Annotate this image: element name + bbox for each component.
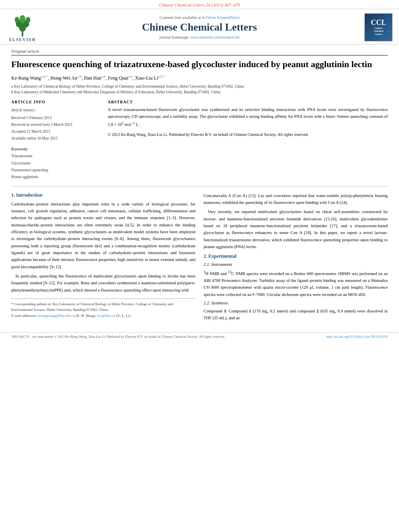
journal-citation-bar: Chinese Chemical Letters 24 (2013) 467–4…: [0, 0, 399, 9]
revised-date: Received in revised form 3 March 2013: [11, 121, 100, 128]
keywords-title: Keywords:: [11, 147, 100, 151]
author-xiaoliu: Xiao-Liu Li: [135, 75, 158, 81]
journal-homepage: journal homepage: www.elsevier.com/locat…: [43, 35, 356, 39]
body-left-col: 1. Introduction Carbohydrate–protein int…: [11, 192, 195, 324]
available-date: Available online 10 May 2013: [11, 135, 100, 142]
svg-rect-0: [22, 31, 23, 37]
doi-link[interactable]: http://dx.doi.org/10.1016/j.cclet.2013.0…: [326, 335, 388, 339]
elsevier-tree-icon: [12, 12, 33, 37]
svg-point-5: [26, 17, 30, 23]
section-divider: [11, 186, 388, 187]
keyword-3: Fluorescence quenching: [11, 167, 100, 174]
abstract-col: ABSTRACT A novel triazatruxene-based flu…: [108, 100, 388, 181]
article-type-label: Original article: [11, 49, 388, 55]
author-dan: Dan Han: [84, 75, 101, 81]
footnote-section: * Corresponding authors at: Key Laborato…: [11, 298, 195, 318]
abstract-text: A novel triazatruxene-based fluorescent …: [108, 107, 388, 138]
ccl-subtitle: ChineseChemicalLetters: [374, 27, 383, 36]
intro-para-2: In particular, quenching the fluorescenc…: [11, 273, 195, 294]
elsevier-logo: ELSEVIER: [6, 12, 39, 42]
header-middle: Contents lists available at SciVerse Sci…: [39, 15, 360, 39]
page-wrapper: Chinese Chemical Letters 24 (2013) 467–4…: [0, 0, 399, 341]
author-kerang: Ke-Rang Wang: [11, 75, 41, 81]
keywords-list: Triazatruxene Glycocluster Fluorescence …: [11, 153, 100, 180]
author-feng: Feng Qian: [108, 75, 128, 81]
footnote-corresponding: * Corresponding authors at: Key Laborato…: [11, 301, 195, 313]
synthesis-heading: 2.2. Synthesis: [204, 300, 388, 305]
affiliations: a Key Laboratory of Chemical Biology of …: [11, 84, 388, 95]
keyword-4: Peanut agglutinin: [11, 174, 100, 181]
abstract-body: A novel triazatruxene-based fluorescent …: [108, 107, 388, 127]
abstract-label: ABSTRACT: [108, 100, 388, 104]
article-title: Fluorescence quenching of triazatruxene-…: [11, 59, 388, 70]
history-title: Article history:: [11, 107, 100, 114]
elsevier-wordmark: ELSEVIER: [9, 37, 36, 42]
article-info-label: ARTICLE INFO: [11, 100, 100, 104]
svg-point-4: [15, 17, 19, 23]
keywords-section: Keywords: Triazatruxene Glycocluster Flu…: [11, 147, 100, 180]
author-hongwei: Hong-Wei An: [50, 75, 77, 81]
ccl-logo-area: CCL ChineseChemicalLetters: [360, 13, 393, 41]
journal-title: Chinese Chemical Letters: [43, 21, 356, 33]
article-info-col: ARTICLE INFO Article history: Received 5…: [11, 100, 100, 181]
author-hongwei-sup: a,b: [77, 74, 82, 78]
author-xiaoliu-sup: a,b,*: [158, 74, 165, 78]
sciverse-link[interactable]: SciVerse ScienceDirect: [202, 15, 240, 20]
journal-header: ELSEVIER Contents lists available at Sci…: [0, 9, 399, 45]
synthesis-text: Compound 3: Compound 1 (170 mg, 0.2 mmol…: [204, 308, 388, 322]
right-para-1: Concanavalin A (Con A) [13]. Liu and cow…: [204, 192, 388, 206]
author-dan-sup: a,b: [101, 74, 106, 78]
right-intro-text: Concanavalin A (Con A) [13]. Liu and cow…: [204, 192, 388, 251]
authors-line: Ke-Rang Wanga,b,*, Hong-Wei Ana,b, Dan H…: [11, 74, 388, 81]
homepage-url[interactable]: www.elsevier.com/locate/cclet: [191, 35, 240, 39]
intro-para-1: Carbohydrate–protein interactions play i…: [11, 201, 195, 270]
received-date: Received 5 February 2013: [11, 115, 100, 121]
right-para-2: Very recently, we reported multivalent g…: [204, 208, 388, 250]
body-section: 1. Introduction Carbohydrate–protein int…: [11, 192, 388, 324]
author-kerang-sup: a,b,*: [41, 74, 48, 78]
body-right-col: Concanavalin A (Con A) [13]. Liu and cow…: [204, 192, 388, 324]
instruments-text: 1H NMR and 13C NMR spectra were recorded…: [204, 269, 388, 298]
journal-ref: Chinese Chemical Letters 24 (2013) 467–4…: [159, 2, 240, 7]
keyword-1: Triazatruxene: [11, 153, 100, 160]
footnote-email: E-mail addresses: kerangwang@hbu.edu.cn …: [11, 313, 195, 318]
ccl-box: CCL ChineseChemicalLetters: [364, 13, 393, 41]
email-xiaoliu[interactable]: lixl@hbu.cn: [97, 314, 115, 318]
accepted-date: Accepted 12 March 2013: [11, 128, 100, 135]
bottom-copyright: 1001-8417/$ – see front matter © 2013 Ke…: [11, 335, 225, 339]
intro-heading: 1. Introduction: [11, 192, 195, 198]
bottom-bar: 1001-8417/$ – see front matter © 2013 Ke…: [0, 332, 399, 341]
synthesis-para: Compound 3: Compound 1 (170 mg, 0.2 mmol…: [204, 308, 388, 322]
author-feng-sup: a,b: [128, 74, 133, 78]
keyword-2: Glycocluster: [11, 160, 100, 167]
experimental-heading: 2. Experimental: [204, 253, 388, 259]
affiliation-b: b Key Laboratory of Medicinal Chemistry …: [11, 89, 388, 95]
instruments-heading: 2.1. Instruments: [204, 262, 388, 267]
article-history: Article history: Received 5 February 201…: [11, 107, 100, 142]
instruments-para: 1H NMR and 13C NMR spectra were recorded…: [204, 269, 388, 298]
ccl-letters: CCL: [371, 18, 386, 27]
svg-point-6: [20, 15, 26, 23]
affiliation-a: a Key Laboratory of Chemical Biology of …: [11, 84, 388, 89]
intro-text: Carbohydrate–protein interactions play i…: [11, 201, 195, 294]
email-kerang[interactable]: kerangwang@hbu.edu.cn: [38, 314, 75, 318]
copyright-notice: © 2013 Ke-Rang Wang, Xiao-Liu Li. Publis…: [108, 131, 388, 138]
sciverse-line: Contents lists available at SciVerse Sci…: [43, 15, 356, 20]
info-abstract-section: ARTICLE INFO Article history: Received 5…: [11, 100, 388, 181]
article-content: Original article Fluorescence quenching …: [0, 45, 399, 328]
